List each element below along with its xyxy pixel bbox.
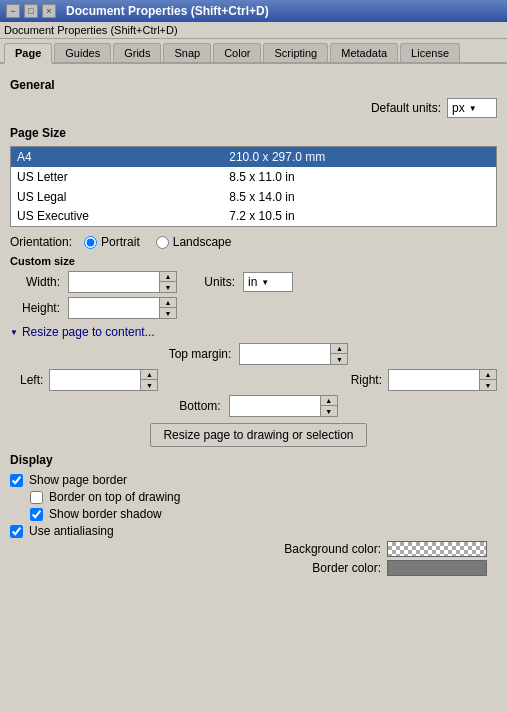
height-up-button[interactable]: ▲ [160, 298, 176, 308]
table-row[interactable]: US Executive 7.2 x 10.5 in [11, 207, 497, 227]
main-content: General Default units: px ▼ Page Size A4… [0, 64, 507, 587]
default-units-value: px [452, 101, 465, 115]
table-row[interactable]: A4 210.0 x 297.0 mm [11, 147, 497, 167]
bottom-up-button[interactable]: ▲ [321, 396, 337, 406]
maximize-button[interactable]: □ [24, 4, 38, 18]
use-antialiasing-checkbox[interactable] [10, 525, 23, 538]
height-label: Height: [10, 301, 60, 315]
tab-license[interactable]: License [400, 43, 460, 62]
portrait-radio[interactable] [84, 236, 97, 249]
display-section: Display Show page border Border on top o… [10, 453, 497, 576]
table-row[interactable]: US Letter 8.5 x 11.0 in [11, 167, 497, 187]
window-title: Document Properties (Shift+Ctrl+D) [66, 4, 269, 18]
background-color-label: Background color: [281, 542, 381, 556]
close-button[interactable]: × [42, 4, 56, 18]
custom-size-title: Custom size [10, 255, 497, 267]
margin-section: Top margin: 0.00000 ▲ ▼ Left: 0.00000 [10, 343, 497, 447]
bottom-spinner[interactable]: 0.00000 ▲ ▼ [229, 395, 338, 417]
tab-metadata[interactable]: Metadata [330, 43, 398, 62]
width-label: Width: [10, 275, 60, 289]
minimize-button[interactable]: − [6, 4, 20, 18]
page-size-dim: 7.2 x 10.5 in [223, 207, 496, 227]
units-value: in [248, 275, 257, 289]
use-antialiasing-row: Use antialiasing [10, 524, 497, 538]
left-label: Left: [20, 373, 43, 387]
tab-page[interactable]: Page [4, 43, 52, 64]
border-on-top-checkbox[interactable] [30, 491, 43, 504]
landscape-option[interactable]: Landscape [156, 235, 232, 249]
resize-content-toggle[interactable]: ▼ Resize page to content... [10, 325, 497, 339]
show-page-border-row: Show page border [10, 473, 497, 487]
page-size-table: A4 210.0 x 297.0 mm US Letter 8.5 x 11.0… [10, 146, 497, 227]
portrait-label: Portrait [101, 235, 140, 249]
landscape-radio[interactable] [156, 236, 169, 249]
show-page-border-label: Show page border [29, 473, 127, 487]
border-color-row: Border color: [10, 560, 497, 576]
bottom-input[interactable]: 0.00000 [230, 397, 320, 415]
left-spinner[interactable]: 0.00000 ▲ ▼ [49, 369, 158, 391]
left-side: Left: 0.00000 ▲ ▼ [20, 369, 158, 391]
left-up-button[interactable]: ▲ [141, 370, 157, 380]
width-down-button[interactable]: ▼ [160, 282, 176, 292]
right-up-button[interactable]: ▲ [480, 370, 496, 380]
border-on-top-row: Border on top of drawing [10, 490, 497, 504]
chevron-down-icon: ▼ [261, 278, 269, 287]
bottom-margin-row: Bottom: 0.00000 ▲ ▼ [20, 395, 497, 417]
page-size-name: US Letter [11, 167, 224, 187]
width-up-button[interactable]: ▲ [160, 272, 176, 282]
use-antialiasing-label: Use antialiasing [29, 524, 114, 538]
width-input[interactable]: 5.01500 [69, 273, 159, 291]
tab-scripting[interactable]: Scripting [263, 43, 328, 62]
tab-color[interactable]: Color [213, 43, 261, 62]
resize-drawing-button[interactable]: Resize page to drawing or selection [150, 423, 366, 447]
top-margin-input[interactable]: 0.00000 [240, 345, 330, 363]
background-color-swatch[interactable] [387, 541, 487, 557]
page-size-dim: 8.5 x 14.0 in [223, 187, 496, 207]
right-down-button[interactable]: ▼ [480, 380, 496, 390]
default-units-select[interactable]: px ▼ [447, 98, 497, 118]
menu-bar-label: Document Properties (Shift+Ctrl+D) [4, 24, 178, 36]
left-input[interactable]: 0.00000 [50, 371, 140, 389]
show-page-border-checkbox[interactable] [10, 474, 23, 487]
page-size-name: A4 [11, 147, 224, 167]
bottom-down-button[interactable]: ▼ [321, 406, 337, 416]
height-input[interactable]: 6.70833 [69, 299, 159, 317]
resize-content-label: Resize page to content... [22, 325, 155, 339]
default-units-row: Default units: px ▼ [10, 98, 497, 118]
tab-snap[interactable]: Snap [163, 43, 211, 62]
right-input[interactable]: 0.00000 [389, 371, 479, 389]
show-border-shadow-checkbox[interactable] [30, 508, 43, 521]
height-spinner[interactable]: 6.70833 ▲ ▼ [68, 297, 177, 319]
width-spinner[interactable]: 5.01500 ▲ ▼ [68, 271, 177, 293]
top-margin-spinner[interactable]: 0.00000 ▲ ▼ [239, 343, 348, 365]
table-row[interactable]: US Legal 8.5 x 14.0 in [11, 187, 497, 207]
resize-content-section: ▼ Resize page to content... Top margin: … [10, 325, 497, 447]
top-margin-down-button[interactable]: ▼ [331, 354, 347, 364]
custom-size-section: Custom size Width: 5.01500 ▲ ▼ Units: in… [10, 255, 497, 319]
show-border-shadow-label: Show border shadow [49, 507, 162, 521]
top-margin-spinner-buttons: ▲ ▼ [330, 344, 347, 364]
page-size-name: US Executive [11, 207, 224, 227]
border-on-top-label: Border on top of drawing [49, 490, 180, 504]
right-spinner[interactable]: 0.00000 ▲ ▼ [388, 369, 497, 391]
units-label: Units: [185, 275, 235, 289]
tab-guides[interactable]: Guides [54, 43, 111, 62]
left-right-row: Left: 0.00000 ▲ ▼ Right: 0.00000 ▲ [20, 369, 497, 391]
top-margin-label: Top margin: [169, 347, 232, 361]
height-down-button[interactable]: ▼ [160, 308, 176, 318]
portrait-option[interactable]: Portrait [84, 235, 140, 249]
left-down-button[interactable]: ▼ [141, 380, 157, 390]
border-color-label: Border color: [281, 561, 381, 575]
background-color-row: Background color: [10, 541, 497, 557]
left-spinner-buttons: ▲ ▼ [140, 370, 157, 390]
page-size-dim: 210.0 x 297.0 mm [223, 147, 496, 167]
default-units-label: Default units: [371, 101, 441, 115]
units-select[interactable]: in ▼ [243, 272, 293, 292]
tab-grids[interactable]: Grids [113, 43, 161, 62]
menu-bar: Document Properties (Shift+Ctrl+D) [0, 22, 507, 39]
title-bar-buttons: − □ × [6, 4, 56, 18]
page-size-title: Page Size [10, 126, 497, 140]
bottom-label: Bottom: [179, 399, 220, 413]
border-color-swatch[interactable] [387, 560, 487, 576]
top-margin-up-button[interactable]: ▲ [331, 344, 347, 354]
